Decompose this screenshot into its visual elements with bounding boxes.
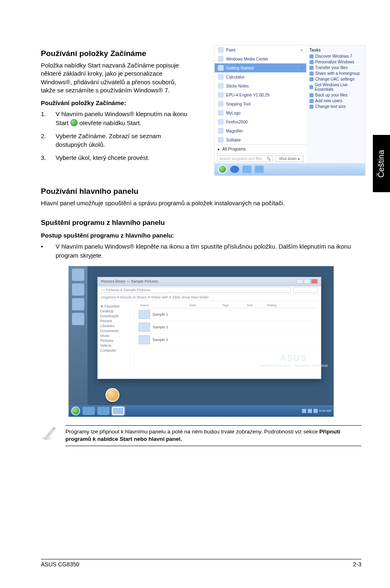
ie-icon[interactable]	[230, 166, 239, 173]
desktop-screenshot: Pictures library — Sample Pictures « Pic…	[68, 266, 334, 417]
start-item[interactable]: Paint▸	[215, 45, 306, 54]
list-item: Sample 3	[138, 334, 318, 346]
list-item: Sample 1	[138, 308, 318, 321]
gadget-icon[interactable]	[72, 283, 84, 296]
explorer-icon[interactable]	[242, 166, 251, 173]
bullet: •	[41, 242, 47, 260]
start-orb-icon[interactable]	[71, 406, 80, 415]
task-icon	[309, 105, 314, 109]
search-box[interactable]	[293, 287, 318, 293]
list-item: Sample 2	[138, 321, 318, 334]
task-icon	[309, 85, 313, 89]
desktop-sidebar	[69, 266, 87, 405]
launch-text: V hlavním panelu Windows® klepněte na ik…	[56, 242, 361, 260]
task-link[interactable]: Add new users	[309, 99, 362, 103]
toolbar[interactable]: Organize ▾ Include in library ▾ Share wi…	[98, 294, 321, 301]
footer-model: ASUS CG8350	[41, 561, 79, 568]
heading-taskbar: Používání hlavního panelu	[41, 187, 361, 196]
task-icon	[309, 93, 314, 97]
address-bar[interactable]: « Pictures ▸ Sample Pictures	[101, 287, 291, 293]
sticky-notes-icon	[218, 83, 224, 89]
task-link[interactable]: Personalize Windows	[309, 60, 362, 64]
nav-pane[interactable]: ★ Favorites Desktop Downloads Recent Lib…	[98, 301, 134, 379]
close-button[interactable]	[311, 279, 318, 284]
start-orb-icon[interactable]	[218, 165, 227, 174]
taskbar-item[interactable]	[97, 407, 110, 415]
task-link[interactable]: Get Windows Live Essentials	[309, 83, 362, 92]
mylogo-icon	[218, 110, 224, 116]
start-item[interactable]: Windows Media Center	[215, 54, 306, 63]
task-icon	[309, 99, 314, 103]
taskbar-item[interactable]	[83, 407, 95, 415]
thumb-icon	[139, 310, 150, 319]
gadget-icon[interactable]	[72, 298, 84, 310]
tray-icon[interactable]	[302, 409, 306, 413]
task-icon	[309, 54, 314, 58]
all-programs[interactable]: ▸All Programs	[215, 144, 306, 153]
task-icon	[309, 72, 314, 76]
gadget-icon[interactable]	[72, 313, 84, 325]
start-item[interactable]: Calculator	[215, 72, 306, 81]
media-icon[interactable]	[255, 166, 264, 173]
stack-icon[interactable]	[105, 388, 119, 402]
taskbar-item-active[interactable]	[112, 407, 124, 415]
note-text: Programy lze připnout k hlavnímu panelu …	[65, 425, 361, 447]
task-link[interactable]: Transfer your files	[309, 65, 362, 70]
window-title: Pictures library — Sample Pictures	[101, 279, 158, 283]
start-item-selected[interactable]: Getting Started▸	[215, 63, 306, 72]
solitaire-icon	[218, 137, 224, 143]
magnifier-icon	[218, 128, 224, 134]
taskbar: 9:34 AM	[69, 405, 334, 417]
task-link[interactable]: Change text size	[309, 104, 362, 109]
task-link[interactable]: Share with a homegroup	[309, 71, 362, 76]
thumb-icon	[139, 335, 150, 344]
min-button[interactable]	[296, 279, 303, 284]
task-link[interactable]: Change UAC settings	[309, 77, 362, 81]
start-item[interactable]: Firefox2000	[215, 117, 306, 126]
task-link[interactable]: Discover Windows 7	[309, 54, 362, 58]
shutdown-button[interactable]: Shut down▸	[275, 155, 304, 162]
tray-icon[interactable]	[314, 409, 318, 413]
gadget-icon[interactable]	[72, 269, 84, 281]
task-icon	[309, 66, 314, 70]
step-3-text: Vyberte úkol, který chcete provést.	[56, 153, 150, 162]
step-number: 1.	[41, 110, 47, 128]
start-item[interactable]: Solitaire	[215, 135, 306, 144]
getting-started-subhead: Používání položky Začínáme:	[41, 99, 192, 106]
start-orb-icon	[70, 119, 78, 126]
start-item[interactable]: Magnifier	[215, 126, 306, 135]
heading-launch: Spuštění programu z hlavního panelu	[41, 219, 361, 227]
max-button[interactable]	[304, 279, 310, 284]
start-item[interactable]: EPU-4 Engine V1.00.29	[215, 90, 306, 99]
launch-subhead: Postup spuštění programu z hlavního pane…	[41, 232, 361, 239]
epu-icon	[218, 92, 224, 98]
snipping-icon	[218, 101, 224, 107]
step-number: 2.	[41, 132, 47, 150]
step-number: 3.	[41, 153, 47, 162]
task-icon	[309, 77, 314, 81]
system-tray[interactable]: 9:34 AM	[302, 409, 331, 413]
task-link[interactable]: Back up your files	[309, 93, 362, 97]
asus-logo: ASUS Inspiring Innovation · Persistent P…	[259, 353, 328, 368]
clock[interactable]: 9:34 AM	[319, 409, 331, 413]
note-pen-icon	[41, 425, 57, 442]
step-1-text: V hlavním panelu Windows® klepnutím na i…	[56, 110, 192, 128]
step-2-text: Vyberte Začínáme. Zobrazí se seznam dost…	[56, 132, 192, 150]
thumb-icon	[139, 323, 150, 332]
start-item[interactable]: Sticky Notes	[215, 81, 306, 90]
footer-page: 2-3	[353, 561, 361, 568]
getting-started-icon	[218, 65, 224, 71]
start-item[interactable]: Snipping Tool	[215, 99, 306, 108]
start-item[interactable]: MyLogo	[215, 108, 306, 117]
firefox-icon	[218, 119, 224, 125]
getting-started-intro: Položka nabídky Start nazvaná Začínáme p…	[41, 61, 192, 94]
tasks-heading: Tasks	[309, 48, 362, 52]
taskbar-intro: Hlavní panel umožňuje spouštění a správu…	[41, 199, 361, 207]
tray-icon[interactable]	[308, 409, 312, 413]
paint-icon	[218, 47, 224, 53]
start-search-input[interactable]: Search programs and files🔍	[217, 155, 273, 162]
wmc-icon	[218, 56, 224, 62]
task-icon	[309, 60, 314, 64]
start-menu-screenshot: Paint▸ Windows Media Center Getting Star…	[214, 45, 365, 176]
calculator-icon	[218, 74, 224, 80]
